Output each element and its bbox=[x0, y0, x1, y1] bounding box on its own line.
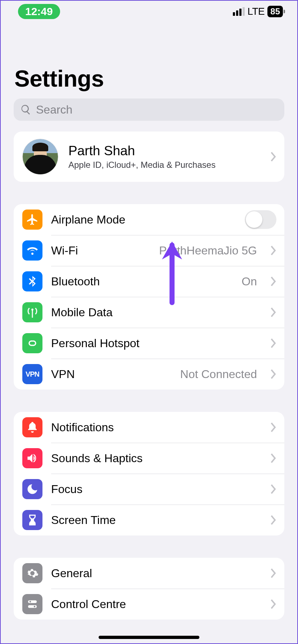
connectivity-section: Airplane Mode Wi-Fi ParthHeemaJio 5G Blu… bbox=[14, 204, 284, 390]
svg-point-2 bbox=[30, 601, 31, 603]
sounds-label: Sounds & Haptics bbox=[51, 452, 257, 465]
general-label: General bbox=[51, 567, 257, 580]
mobile-data-label: Mobile Data bbox=[51, 306, 257, 319]
gear-icon bbox=[22, 563, 42, 583]
svg-rect-1 bbox=[28, 605, 37, 608]
chevron-right-icon bbox=[271, 307, 276, 317]
general-row[interactable]: General bbox=[14, 558, 284, 589]
wifi-label: Wi-Fi bbox=[51, 244, 150, 257]
chevron-right-icon bbox=[271, 152, 276, 162]
avatar bbox=[22, 139, 58, 175]
airplane-label: Airplane Mode bbox=[51, 213, 236, 226]
network-type-label: LTE bbox=[248, 6, 265, 17]
chevron-right-icon bbox=[271, 515, 276, 525]
svg-point-3 bbox=[34, 606, 36, 608]
link-icon bbox=[22, 333, 42, 353]
screentime-label: Screen Time bbox=[51, 514, 257, 527]
speaker-icon bbox=[22, 448, 42, 468]
bluetooth-row[interactable]: Bluetooth On bbox=[14, 266, 284, 297]
page-title: Settings bbox=[14, 65, 284, 92]
status-bar: 12:49 LTE 85 bbox=[1, 1, 297, 22]
mobile-data-row[interactable]: Mobile Data bbox=[14, 297, 284, 328]
chevron-right-icon bbox=[271, 245, 276, 256]
airplane-toggle[interactable] bbox=[245, 210, 276, 229]
notifications-label: Notifications bbox=[51, 421, 257, 434]
home-indicator[interactable] bbox=[99, 636, 199, 639]
search-placeholder: Search bbox=[36, 103, 72, 116]
airplane-mode-row[interactable]: Airplane Mode bbox=[14, 204, 284, 235]
hourglass-icon bbox=[22, 510, 42, 530]
bluetooth-label: Bluetooth bbox=[51, 275, 233, 288]
toggles-icon bbox=[22, 594, 42, 614]
chevron-right-icon bbox=[271, 453, 276, 463]
wifi-icon bbox=[22, 240, 42, 261]
notifications-row[interactable]: Notifications bbox=[14, 412, 284, 443]
hotspot-row[interactable]: Personal Hotspot bbox=[14, 328, 284, 359]
notifications-section: Notifications Sounds & Haptics Focus Scr… bbox=[14, 412, 284, 535]
control-centre-label: Control Centre bbox=[51, 598, 257, 611]
account-name: Parth Shah bbox=[68, 143, 256, 158]
airplane-icon bbox=[22, 210, 42, 230]
search-icon bbox=[20, 104, 32, 115]
vpn-icon: VPN bbox=[22, 364, 42, 384]
antenna-icon bbox=[22, 302, 42, 322]
battery-indicator: 85 bbox=[267, 6, 283, 17]
screentime-row[interactable]: Screen Time bbox=[14, 505, 284, 535]
chevron-right-icon bbox=[271, 276, 276, 286]
chevron-right-icon bbox=[271, 422, 276, 432]
cellular-signal-icon bbox=[233, 7, 245, 16]
vpn-value: Not Connected bbox=[180, 368, 257, 381]
wifi-row[interactable]: Wi-Fi ParthHeemaJio 5G bbox=[14, 235, 284, 266]
svg-rect-0 bbox=[28, 601, 37, 603]
vpn-row[interactable]: VPN VPN Not Connected bbox=[14, 359, 284, 390]
account-card[interactable]: Parth Shah Apple ID, iCloud+, Media & Pu… bbox=[14, 132, 284, 182]
chevron-right-icon bbox=[271, 568, 276, 578]
wifi-value: ParthHeemaJio 5G bbox=[159, 244, 257, 257]
sounds-row[interactable]: Sounds & Haptics bbox=[14, 443, 284, 474]
bell-icon bbox=[22, 417, 42, 437]
time-pill[interactable]: 12:49 bbox=[18, 4, 60, 19]
general-section: General Control Centre bbox=[14, 558, 284, 620]
focus-label: Focus bbox=[51, 483, 257, 496]
status-indicators: LTE 85 bbox=[233, 6, 283, 17]
chevron-right-icon bbox=[271, 338, 276, 348]
control-centre-row[interactable]: Control Centre bbox=[14, 589, 284, 620]
account-subtitle: Apple ID, iCloud+, Media & Purchases bbox=[68, 160, 256, 170]
bluetooth-value: On bbox=[241, 275, 257, 288]
focus-row[interactable]: Focus bbox=[14, 474, 284, 505]
hotspot-label: Personal Hotspot bbox=[51, 337, 257, 350]
chevron-right-icon bbox=[271, 484, 276, 494]
search-input[interactable]: Search bbox=[14, 98, 284, 121]
bluetooth-icon bbox=[22, 271, 42, 291]
chevron-right-icon bbox=[271, 369, 276, 379]
chevron-right-icon bbox=[271, 599, 276, 609]
moon-icon bbox=[22, 479, 42, 499]
vpn-label: VPN bbox=[51, 368, 172, 381]
